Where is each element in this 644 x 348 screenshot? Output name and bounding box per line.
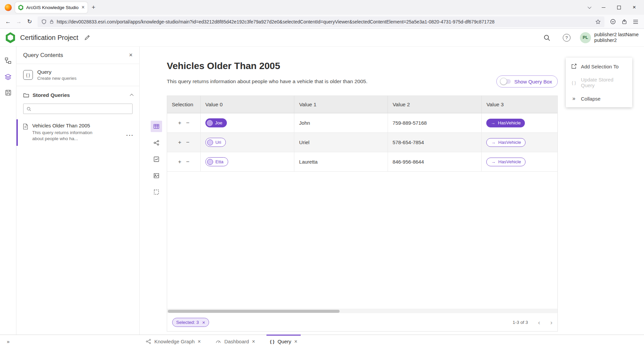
- horizontal-scrollbar[interactable]: [167, 309, 557, 313]
- menu-item-add-selection-to[interactable]: Add Selection To: [566, 58, 632, 74]
- arcgis-knowledge-logo[interactable]: [5, 32, 15, 43]
- previous-page-button[interactable]: ‹: [538, 319, 540, 326]
- relationship-pill[interactable]: →HasVehicle: [486, 119, 525, 127]
- next-page-button[interactable]: ›: [550, 319, 552, 326]
- column-header[interactable]: Value 0: [201, 96, 295, 113]
- table-row[interactable]: + − Etta Lauretta 846-956-8644 →HasVehic…: [167, 152, 557, 172]
- tab-close-icon[interactable]: ×: [82, 5, 85, 10]
- value-cell: 759-889-57168: [388, 113, 482, 133]
- firefox-icon[interactable]: [5, 4, 12, 11]
- chart-view-icon[interactable]: [151, 154, 162, 165]
- document-icon: [22, 123, 29, 130]
- menu-item-update-stored-query[interactable]: { } Update Stored Query: [566, 74, 632, 91]
- entity-pill[interactable]: Joe: [205, 118, 227, 127]
- braces-icon: { }: [270, 339, 275, 344]
- browser-tab[interactable]: ArcGIS Knowledge Studio ×: [15, 2, 88, 13]
- select-row-button[interactable]: +: [178, 139, 181, 145]
- table-view-icon[interactable]: [151, 121, 162, 132]
- extensions-icon[interactable]: [618, 16, 630, 27]
- app-header: Certification Project ? PL publisher2 la…: [0, 29, 644, 47]
- edit-title-button[interactable]: [84, 35, 90, 41]
- column-header[interactable]: Value 3: [482, 96, 557, 113]
- pocket-icon[interactable]: [607, 16, 618, 27]
- close-panel-icon[interactable]: ×: [129, 52, 133, 59]
- user-info[interactable]: publisher2 lastName publisher2: [594, 32, 639, 43]
- stored-query-text: Vehicles Older Than 2005 This query retu…: [32, 123, 101, 142]
- relationship-pill[interactable]: →HasVehicle: [486, 138, 526, 147]
- clear-selection-icon[interactable]: ×: [202, 320, 205, 325]
- bookmark-star-icon[interactable]: [595, 19, 601, 24]
- toggle-switch[interactable]: [501, 79, 511, 84]
- menu-icon[interactable]: [630, 16, 641, 27]
- expand-strip-button[interactable]: »: [0, 335, 16, 348]
- tab-query[interactable]: { } Query ×: [266, 335, 301, 348]
- selected-count-chip[interactable]: Selected: 3 ×: [172, 318, 209, 327]
- scrollbar-thumb[interactable]: [168, 310, 340, 313]
- tab-knowledge-graph[interactable]: Knowledge Graph ×: [142, 335, 204, 348]
- help-button[interactable]: ?: [563, 34, 571, 42]
- save-icon[interactable]: [5, 90, 11, 96]
- menu-item-collapse[interactable]: » Collapse: [566, 91, 632, 107]
- forward-button[interactable]: →: [13, 16, 24, 27]
- more-options-icon[interactable]: ···: [126, 132, 134, 139]
- selection-cell: + −: [167, 152, 201, 172]
- entity-pill[interactable]: Uri: [205, 138, 226, 147]
- value-cell: 846-956-8644: [388, 152, 482, 172]
- url-bar[interactable]: https://dev0028833.esri.com/portal/apps/…: [38, 16, 604, 27]
- browser-nav-bar: ← → ↻ https://dev0028833.esri.com/portal…: [0, 15, 644, 29]
- select-row-button[interactable]: +: [178, 120, 181, 126]
- back-button[interactable]: ←: [3, 16, 13, 27]
- arrow-right-icon: →: [491, 140, 496, 145]
- search-button[interactable]: [541, 32, 553, 43]
- knowledge-graph-icon: [146, 339, 151, 344]
- column-header[interactable]: Value 1: [294, 96, 388, 113]
- url-text[interactable]: https://dev0028833.esri.com/portal/apps/…: [57, 19, 593, 24]
- tab-dashboard[interactable]: Dashboard ×: [212, 335, 258, 348]
- maximize-button[interactable]: [611, 0, 627, 15]
- lock-icon[interactable]: [49, 19, 54, 24]
- close-tab-icon[interactable]: ×: [252, 339, 255, 344]
- table-row[interactable]: + − Uri Uriel 578-654-7854 →HasVehicle: [167, 133, 557, 152]
- avatar[interactable]: PL: [580, 32, 591, 43]
- deselect-row-button[interactable]: −: [186, 159, 189, 165]
- column-header[interactable]: Selection: [167, 96, 201, 113]
- braces-icon: { }: [23, 70, 33, 80]
- column-header[interactable]: Value 2: [388, 96, 482, 113]
- arcgis-favicon: [18, 5, 23, 10]
- minimize-button[interactable]: [596, 0, 611, 15]
- map-view-icon[interactable]: [151, 170, 162, 181]
- window-close-button[interactable]: ×: [627, 0, 642, 15]
- browser-chrome: ArcGIS Knowledge Studio × + × ← → ↻ http…: [0, 0, 644, 29]
- layers-icon[interactable]: [5, 73, 11, 80]
- chevron-up-icon[interactable]: [130, 94, 134, 98]
- list-tabs-button[interactable]: [584, 2, 596, 13]
- link-chart-icon[interactable]: [151, 137, 162, 149]
- pagination-label: 1-3 of 3: [513, 320, 528, 325]
- results-table: Selection Value 0 Value 1 Value 2 Value …: [167, 96, 558, 332]
- entity-pill[interactable]: Etta: [205, 157, 228, 166]
- selected-count-label: Selected: 3: [176, 320, 199, 325]
- tracking-shield-icon[interactable]: [41, 19, 47, 24]
- left-icon-rail: [0, 47, 16, 335]
- search-input[interactable]: [34, 106, 129, 112]
- stored-query-item[interactable]: Vehicles Older Than 2005 This query retu…: [16, 119, 139, 146]
- selection-tools-icon[interactable]: [151, 186, 162, 198]
- deselect-row-button[interactable]: −: [186, 139, 189, 145]
- close-tab-icon[interactable]: ×: [294, 339, 297, 344]
- new-query-item[interactable]: { } Query Create new queries: [16, 64, 139, 86]
- show-query-box-toggle[interactable]: Show Query Box: [496, 75, 558, 88]
- entity-cell: Uri: [201, 133, 295, 152]
- new-query-text: Query Create new queries: [37, 69, 77, 81]
- entity-dot-icon: [207, 120, 213, 126]
- deselect-row-button[interactable]: −: [186, 120, 189, 126]
- stored-queries-header[interactable]: Stored Queries: [16, 86, 139, 102]
- close-tab-icon[interactable]: ×: [198, 339, 201, 344]
- table-row[interactable]: + − Joe John 759-889-57168 →HasVehicle: [167, 113, 557, 133]
- stored-queries-search[interactable]: [23, 104, 133, 114]
- data-model-icon[interactable]: [5, 57, 11, 64]
- query-description: This query returns information about peo…: [167, 78, 367, 84]
- select-row-button[interactable]: +: [178, 159, 181, 165]
- reload-button[interactable]: ↻: [24, 16, 35, 27]
- relationship-pill[interactable]: →HasVehicle: [486, 158, 526, 166]
- new-tab-button[interactable]: +: [88, 4, 99, 11]
